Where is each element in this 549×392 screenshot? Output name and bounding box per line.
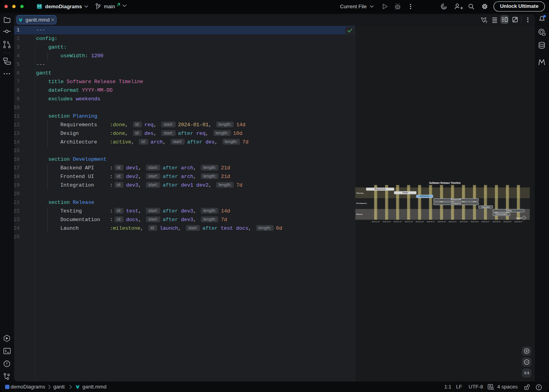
svg-text:Frontend UI: Frontend UI <box>451 203 461 205</box>
svg-text:2024-03-17: 2024-03-17 <box>482 221 490 223</box>
svg-text:Requirements: Requirements <box>374 188 386 190</box>
svg-text:2024-04-07: 2024-04-07 <box>514 221 523 223</box>
svg-text:2024-02-04: 2024-02-04 <box>416 221 424 223</box>
svg-text:Architecture: Architecture <box>420 195 430 197</box>
svg-text:2024-01-28: 2024-01-28 <box>405 221 413 223</box>
svg-text:2024-01-14: 2024-01-14 <box>383 221 391 223</box>
svg-text:Software Release Timeline: Software Release Timeline <box>429 181 461 184</box>
svg-text:2024-03-03: 2024-03-03 <box>460 221 468 223</box>
svg-text:2024-01-07: 2024-01-07 <box>372 221 380 223</box>
svg-text:2024-03-10: 2024-03-10 <box>471 221 479 223</box>
svg-text:Design: Design <box>402 192 408 194</box>
svg-text:Release: Release <box>356 213 363 215</box>
svg-text:Integration: Integration <box>482 206 490 208</box>
svg-text:Launch: Launch <box>516 217 522 219</box>
svg-text:Documentation: Documentation <box>495 213 507 215</box>
svg-text:Planning: Planning <box>356 192 364 194</box>
svg-text:2024-02-18: 2024-02-18 <box>438 221 446 223</box>
svg-text:Development: Development <box>356 202 367 204</box>
svg-text:Backend API: Backend API <box>451 199 461 201</box>
svg-text:2024-01-21: 2024-01-21 <box>394 221 402 223</box>
svg-text:2024-02-25: 2024-02-25 <box>449 221 457 223</box>
svg-text:Testing: Testing <box>506 210 512 212</box>
svg-text:2024-03-31: 2024-03-31 <box>504 221 512 223</box>
svg-text:2024-02-11: 2024-02-11 <box>427 221 435 223</box>
svg-text:2024-03-24: 2024-03-24 <box>493 221 501 223</box>
